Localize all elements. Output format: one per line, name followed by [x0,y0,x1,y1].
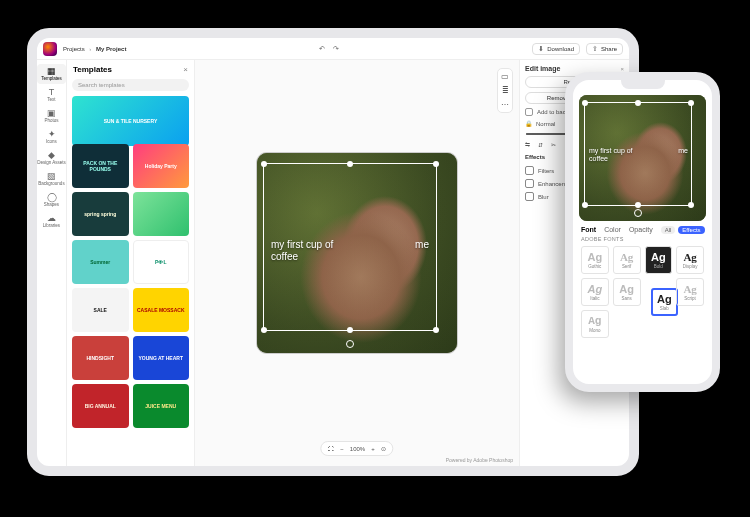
footer-credit: Powered by Adobe Photoshop [446,457,513,463]
handle-tm[interactable] [347,161,353,167]
zoom-reset-button[interactable]: ⊙ [381,445,386,452]
inspector-title: Edit image [525,65,560,72]
font-sample: Ag [588,284,603,295]
phone-caption-left[interactable]: my first cup of coffee [589,147,649,163]
template-card[interactable]: CASALE MOSSACK [133,288,190,332]
handle-bl[interactable] [582,202,588,208]
phone-artboard[interactable]: my first cup of coffee me [579,95,706,221]
template-card[interactable]: P👁L [133,240,190,284]
font-sample: Ag [588,316,601,327]
rail-item-shapes[interactable]: ◯Shapes [37,190,66,210]
rail-item-libs[interactable]: ☁Libraries [37,211,66,231]
chip-all[interactable]: All [661,226,676,234]
tool-layers[interactable]: ≣ [502,86,509,95]
rail-item-text[interactable]: TText [37,85,66,105]
handle-tm[interactable] [635,100,641,106]
search-input[interactable]: Search templates [72,79,189,91]
templates-icon: ▦ [47,67,56,76]
template-card[interactable]: YOUNG AT HEART [133,336,190,380]
zoom-out-button[interactable]: − [340,446,344,452]
app-logo[interactable] [43,42,57,56]
caption-right[interactable]: me [415,239,429,251]
breadcrumb[interactable]: Projects › My Project [63,46,126,52]
handle-bm[interactable] [635,202,641,208]
phone-caption-right[interactable]: me [678,147,688,155]
chip-effects[interactable]: Effects [678,226,704,234]
breadcrumb-current[interactable]: My Project [96,46,126,52]
rail-item-templates[interactable]: ▦Templates [37,64,66,84]
effect-icon [525,166,534,175]
tab-font[interactable]: Font [581,226,596,234]
redo-button[interactable]: ↷ [333,45,339,53]
zoom-in-button[interactable]: + [371,446,375,452]
template-card[interactable]: HINDSIGHT [72,336,129,380]
canvas-area[interactable]: ▭ ≣ ⋯ my first cup of coffee me [195,60,519,466]
panel-close-button[interactable]: × [183,65,188,74]
artboard[interactable]: my first cup of coffee me [257,153,457,353]
font-option[interactable]: AgBold [645,246,673,274]
inspector-close-button[interactable]: × [620,66,624,72]
rail-label: Templates [41,76,62,81]
handle-tr[interactable] [433,161,439,167]
template-card[interactable]: PACK ON THE POUNDS [72,144,129,188]
template-card[interactable]: Holiday Party [133,144,190,188]
handle-rotate[interactable] [346,340,354,348]
font-option[interactable]: AgGothic [581,246,609,274]
breadcrumb-root[interactable]: Projects [63,46,85,52]
tab-opacity[interactable]: Opacity [629,226,653,234]
breadcrumb-sep: › [89,46,91,52]
template-card[interactable]: spring spring [72,192,129,236]
share-button[interactable]: ⇪ Share [586,43,623,55]
font-option[interactable]: AgSans [613,278,641,306]
handle-tl[interactable] [582,100,588,106]
handle-rotate[interactable] [634,209,642,217]
font-option[interactable]: AgSlab [651,288,679,316]
handle-tr[interactable] [688,100,694,106]
tablet-device: Projects › My Project ↶ ↷ ⬇ Download ⇪ S… [27,28,639,476]
flip-h-button[interactable]: ⇋ [525,141,530,148]
template-card[interactable]: BIG ANNUAL [72,384,129,428]
flip-v-button[interactable]: ⇵ [538,141,543,148]
rail-item-design[interactable]: ◆Design Assets [37,148,66,168]
rail-item-icons[interactable]: ✦Icons [37,127,66,147]
rail-item-photos[interactable]: ▣Photos [37,106,66,126]
zoom-fit-button[interactable]: ⛶ [328,446,334,452]
handle-br[interactable] [688,202,694,208]
handle-bm[interactable] [347,327,353,333]
template-card[interactable]: SUN & TILE NURSERY [72,96,189,146]
undo-button[interactable]: ↶ [319,45,325,53]
template-card[interactable]: JUICE MENU [133,384,190,428]
handle-tl[interactable] [261,161,267,167]
canvas-toolstrip: ▭ ≣ ⋯ [497,68,513,113]
font-name: Bold [654,264,663,269]
font-option[interactable]: AgDisplay [676,246,704,274]
app-window: Projects › My Project ↶ ↷ ⬇ Download ⇪ S… [37,38,629,466]
zoom-value[interactable]: 100% [350,446,365,452]
tool-more[interactable]: ⋯ [501,100,509,109]
font-option[interactable]: AgSerif [613,246,641,274]
handle-br[interactable] [433,327,439,333]
rail-item-bg[interactable]: ▧Backgrounds [37,169,66,189]
template-card[interactable]: SALE [72,288,129,332]
rail-label: Libraries [43,223,60,228]
font-option[interactable]: AgMono [581,310,609,338]
rail-label: Photos [44,118,58,123]
rail-label: Text [47,97,55,102]
crop-button[interactable]: ✂ [551,141,556,148]
phone-app: my first cup of coffee me FontColorOpaci… [573,92,712,384]
font-option[interactable]: AgScript [676,278,704,306]
bg-icon: ▧ [47,172,56,181]
font-name: Mono [589,328,600,333]
font-option[interactable]: AgItalic [581,278,609,306]
font-name: Serif [622,264,631,269]
tab-color[interactable]: Color [604,226,621,234]
download-button[interactable]: ⬇ Download [532,43,580,55]
template-card[interactable]: Summer [72,240,129,284]
caption-left[interactable]: my first cup of coffee [271,239,351,262]
template-card[interactable] [133,192,190,236]
checkbox-icon [525,108,533,116]
tool-select[interactable]: ▭ [501,72,509,81]
handle-bl[interactable] [261,327,267,333]
font-sample: Ag [651,252,666,263]
phone-notch [621,80,665,89]
